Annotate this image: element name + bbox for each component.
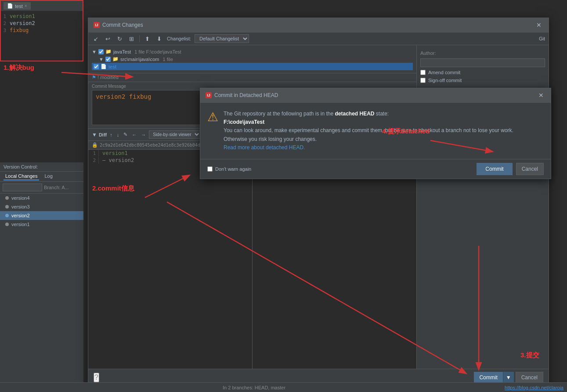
diff-down-btn[interactable]: ↓: [116, 132, 121, 138]
toolbar-move-btn[interactable]: ⬆: [143, 35, 152, 43]
editor-panel: 📄 test × 1 version1 2 version2 3 fixbug: [0, 0, 83, 61]
vc-dot-version2: [5, 214, 9, 217]
diff-viewer-select[interactable]: Side-by-side viewer: [149, 130, 201, 139]
vc-item-label-version1: version1: [11, 222, 30, 227]
tree-expand-icon: ▼: [92, 49, 97, 54]
toolbar-add-btn[interactable]: ↙: [92, 35, 100, 43]
tree-file-test[interactable]: 📄 test: [92, 63, 413, 70]
toolbar-undo-btn[interactable]: ↩: [104, 35, 112, 43]
vc-tab-local-changes[interactable]: Local Changes: [4, 173, 39, 180]
amend-commit-label: Amend commit: [428, 70, 460, 75]
branches-info: In 2 branches: HEAD, master: [4, 385, 505, 390]
vc-dot-version4: [5, 196, 9, 200]
dialog-title-area: IJ Commit Changes: [94, 22, 143, 28]
file-type-icon: 📄: [101, 64, 107, 69]
modified-bar: ⚑ ! modified: [88, 73, 416, 82]
diff-left-content-1: version1: [99, 150, 131, 157]
sign-off-label: Sign-off commit: [428, 78, 462, 83]
toolbar-refresh-btn[interactable]: ↻: [116, 35, 124, 43]
project-name: javaTest: [113, 49, 131, 54]
vc-dot-version3: [5, 205, 9, 209]
diff-prev-btn[interactable]: ←: [130, 132, 138, 138]
diff-edit-btn[interactable]: ✎: [122, 131, 129, 138]
vc-header: Version Control:: [0, 162, 83, 172]
commit-main-btn[interactable]: Commit: [474, 372, 502, 383]
dont-warn-checkbox[interactable]: [207, 166, 213, 172]
detached-close-btn[interactable]: ✕: [537, 91, 545, 100]
src-info: 1 file: [163, 57, 173, 62]
detached-msg-line1: The Git repository at the following path…: [224, 111, 335, 117]
diff-left-num-1: 1: [88, 150, 99, 157]
vc-search-bar: Branch: A...: [0, 182, 83, 194]
tree-project-checkbox[interactable]: [98, 49, 104, 54]
dialog-close-btn[interactable]: ✕: [534, 21, 543, 29]
detached-message: The Git repository at the following path…: [224, 110, 513, 152]
commit-arrow-btn[interactable]: ▼: [503, 372, 514, 383]
diff-left-num-2: 2: [88, 157, 99, 164]
dialog-titlebar: IJ Commit Changes ✕: [88, 18, 549, 32]
vc-item-label-version3: version3: [11, 204, 30, 209]
status-url[interactable]: https://blog.csdn.net/claroja: [505, 385, 563, 390]
toolbar-grid-btn[interactable]: ⊞: [127, 35, 136, 43]
amend-commit-checkbox[interactable]: [420, 70, 426, 75]
lock-icon-left: 🔒: [92, 142, 98, 148]
tab-close-btn[interactable]: ×: [25, 4, 27, 8]
vc-item-version2[interactable]: version2: [0, 211, 83, 220]
tree-src[interactable]: ▼ 📁 src\main\java\com 1 file: [92, 55, 413, 63]
vc-tabs: Local Changes Log: [0, 172, 83, 182]
vc-tab-log[interactable]: Log: [43, 173, 54, 180]
src-path: src\main\java\com: [120, 57, 159, 62]
sign-off-checkbox[interactable]: [420, 78, 426, 83]
detached-buttons: Commit Cancel: [477, 163, 544, 175]
changelist-select[interactable]: Default Changelist: [195, 34, 249, 43]
annotation-1: 1.解决bug: [4, 64, 34, 72]
annotation-3: 3.提交: [520, 351, 539, 360]
git-label: Git: [539, 36, 545, 41]
annotation-4: 4.提示detached: [382, 127, 430, 136]
detached-link[interactable]: Read more about detached HEAD.: [224, 144, 305, 151]
tree-expand-src: ▼: [99, 57, 104, 62]
footer-help-btn[interactable]: ?: [94, 373, 99, 382]
tree-project[interactable]: ▼ 📁 javaTest 1 file F:\code\javaTest: [92, 48, 413, 55]
tab-bar: 📄 test ×: [1, 1, 83, 11]
diff-title[interactable]: Diff: [99, 132, 107, 137]
code-line-3: 3 fixbug: [1, 27, 83, 34]
author-label: Author:: [420, 50, 545, 56]
vc-item-version3[interactable]: version3: [0, 202, 83, 211]
vc-search-input[interactable]: [3, 183, 42, 191]
vc-item-label-version4: version4: [11, 195, 30, 201]
tree-file-checkbox[interactable]: [94, 64, 99, 69]
diff-next-btn[interactable]: →: [140, 132, 147, 138]
toolbar-move2-btn[interactable]: ⬇: [155, 35, 163, 43]
tab-label: test: [15, 4, 23, 9]
file-tree: ▼ 📁 javaTest 1 file F:\code\javaTest ▼ 📁…: [88, 45, 416, 73]
detached-path: F:\code\javaTest: [224, 119, 264, 125]
line-number-2: 2: [1, 21, 10, 26]
cancel-btn[interactable]: Cancel: [516, 372, 543, 383]
diff-collapse-icon: ▼: [92, 132, 97, 138]
detached-msg-body: You can look around, make experimental c…: [224, 127, 513, 133]
author-input[interactable]: [420, 58, 545, 67]
line-number-1: 1: [1, 14, 10, 19]
warning-icon: ⚠: [207, 110, 218, 152]
vc-panel: Version Control: Local Changes Log Branc…: [0, 162, 83, 391]
code-line-2: 2 version2: [1, 20, 83, 27]
detached-body: ⚠ The Git repository at the following pa…: [200, 103, 551, 159]
folder-icon: 📁: [105, 49, 112, 54]
file-name: test: [108, 64, 116, 69]
detached-cancel-btn[interactable]: Cancel: [516, 163, 544, 175]
detached-title-text: Commit in Detached HEAD: [214, 92, 278, 98]
vc-item-version1[interactable]: version1: [0, 220, 83, 229]
line-number-3: 3: [1, 28, 10, 33]
editor-tab-test[interactable]: 📄 test ×: [4, 2, 31, 10]
amend-commit-row: Amend commit: [420, 70, 545, 75]
vc-item-version4[interactable]: version4: [0, 194, 83, 202]
diff-up-btn[interactable]: ↑: [108, 132, 114, 138]
detached-commit-btn[interactable]: Commit: [477, 163, 512, 175]
branch-label: Branch: A...: [44, 185, 69, 190]
dont-warn-label: Don't warn again: [215, 166, 251, 172]
detached-msg-body2: Otherwise you risk losing your changes.: [224, 136, 317, 142]
tree-src-checkbox[interactable]: [105, 57, 111, 62]
detached-head-dialog: IJ Commit in Detached HEAD ✕ ⚠ The Git r…: [200, 88, 551, 179]
toolbar-sep: [139, 35, 140, 42]
